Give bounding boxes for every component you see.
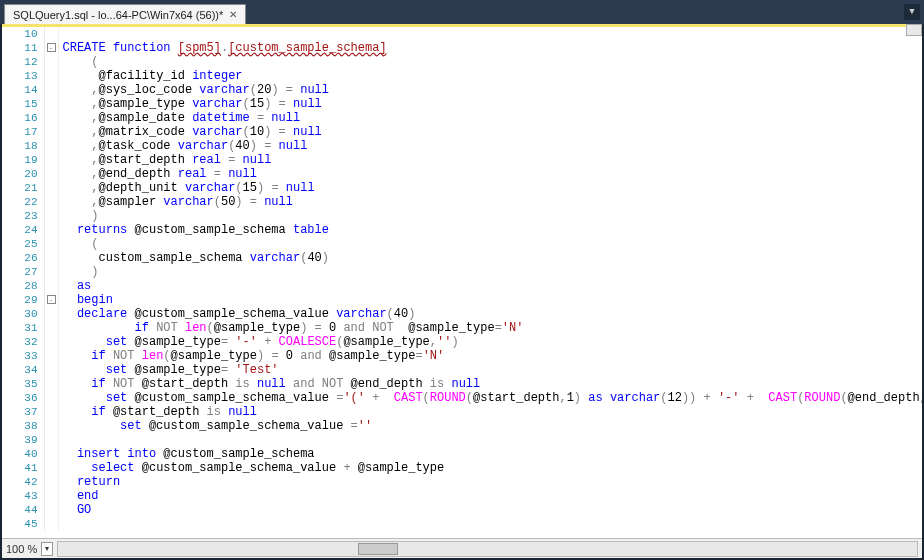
tab-overflow-dropdown[interactable]: ▼ (904, 4, 920, 20)
status-bar: 100 % ▾ (2, 538, 922, 558)
tab-bar: SQLQuery1.sql - lo...64-PC\Win7x64 (56))… (0, 0, 924, 24)
editor: 10 11 - CREATE function [spm5].[custom_s… (0, 24, 924, 560)
scrollbar-thumb[interactable] (358, 543, 398, 555)
horizontal-scrollbar[interactable] (57, 541, 918, 557)
split-handle[interactable] (906, 24, 922, 36)
code-area[interactable]: 10 11 - CREATE function [spm5].[custom_s… (2, 24, 922, 538)
fold-toggle[interactable]: - (47, 295, 56, 304)
fold-toggle[interactable]: - (47, 43, 56, 52)
line-number: 10 (2, 27, 44, 41)
close-icon[interactable]: ✕ (229, 9, 237, 20)
zoom-dropdown[interactable]: ▾ (41, 542, 53, 556)
tab-title: SQLQuery1.sql - lo...64-PC\Win7x64 (56))… (13, 9, 223, 21)
zoom-level: 100 % (6, 543, 37, 555)
file-tab[interactable]: SQLQuery1.sql - lo...64-PC\Win7x64 (56))… (4, 4, 246, 24)
